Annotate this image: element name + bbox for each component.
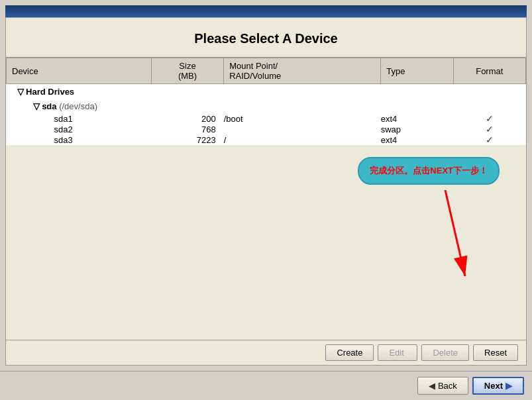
col-header-device: Device (7, 58, 152, 84)
next-label: Next (484, 381, 503, 391)
device-size: 768 (151, 124, 223, 134)
table-row-group[interactable]: ▽ Hard Drives (7, 84, 526, 100)
device-mount: /boot (224, 113, 381, 124)
table-area: Device Size(MB) Mount Point/RAID/Volume … (6, 58, 526, 340)
device-type: swap (381, 124, 453, 134)
table-row[interactable]: sda2 768 swap ✓ (7, 124, 526, 134)
col-header-format: Format (453, 58, 525, 84)
next-icon: ▶ (505, 381, 512, 391)
back-label: Back (438, 381, 457, 391)
col-header-size: Size(MB) (151, 58, 223, 84)
top-bar (5, 5, 527, 17)
device-name: sda2 (7, 124, 152, 134)
reset-button[interactable]: Reset (473, 344, 518, 361)
device-size: 200 (151, 113, 223, 124)
device-format: ✓ (453, 113, 525, 124)
svg-line-1 (445, 190, 465, 276)
arrow-icon (425, 190, 478, 289)
edit-button[interactable]: Edit (378, 344, 417, 361)
device-type: ext4 (381, 134, 453, 145)
device-type: ext4 (381, 113, 453, 124)
nav-button-bar: ◀ Back Next ▶ (0, 371, 532, 400)
tooltip-bubble: 完成分区。点击NEXT下一步！ (358, 157, 500, 185)
device-format: ✓ (453, 134, 525, 145)
device-name: sda3 (7, 134, 152, 145)
main-container: Please Select A Device Device Size(MB) M… (5, 17, 527, 366)
table-row[interactable]: sda3 7223 / ext4 ✓ (7, 134, 526, 145)
next-button[interactable]: Next ▶ (472, 377, 524, 395)
back-icon: ◀ (429, 381, 435, 391)
back-button[interactable]: ◀ Back (417, 377, 468, 395)
delete-button[interactable]: Delete (421, 344, 469, 361)
action-button-bar: Create Edit Delete Reset (6, 340, 526, 365)
create-button[interactable]: Create (325, 344, 374, 361)
device-size: 7223 (151, 134, 223, 145)
table-row-subgroup[interactable]: ▽ sda (/dev/sda) (7, 99, 526, 113)
format-check: ✓ (486, 134, 494, 145)
col-header-mount: Mount Point/RAID/Volume (224, 58, 381, 84)
format-check: ✓ (486, 124, 494, 134)
device-mount: / (224, 134, 381, 145)
device-format: ✓ (453, 124, 525, 134)
page-title: Please Select A Device (6, 18, 526, 57)
table-row[interactable]: sda1 200 /boot ext4 ✓ (7, 113, 526, 124)
device-table: Device Size(MB) Mount Point/RAID/Volume … (6, 58, 526, 145)
device-mount (224, 124, 381, 134)
format-check: ✓ (486, 113, 494, 124)
device-name: sda1 (7, 113, 152, 124)
col-header-type: Type (381, 58, 453, 84)
